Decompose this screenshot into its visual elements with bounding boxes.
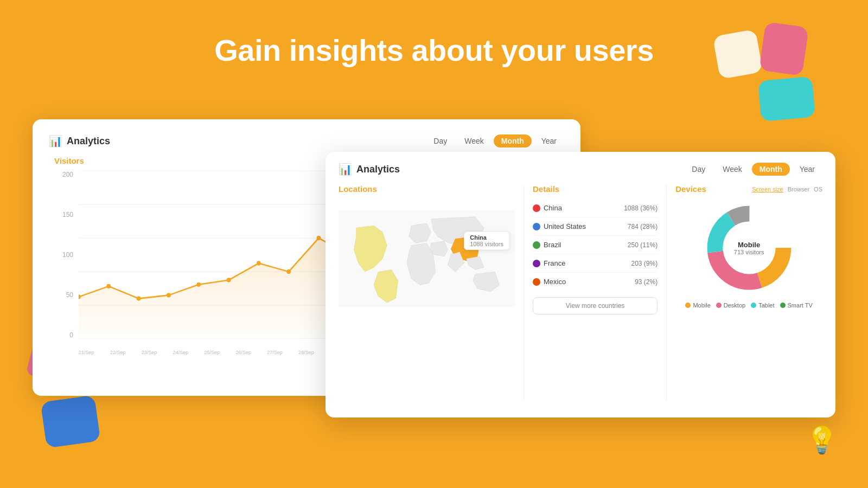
chart-point (137, 296, 141, 300)
detail-country-us: United States (533, 222, 586, 230)
card-header-front: 📊 Analytics Day Week Month Year (339, 163, 822, 176)
device-filter-os[interactable]: OS (814, 186, 822, 192)
front-card-title-text: Analytics (356, 164, 400, 175)
x-label: 21/Sep (79, 350, 94, 355)
country-name-mexico: Mexico (544, 278, 566, 286)
details-label: Details (533, 184, 658, 194)
x-label: 27/Sep (267, 350, 283, 355)
legend-label-desktop: Desktop (724, 302, 745, 309)
device-filter-browser[interactable]: Browser (788, 186, 809, 192)
flag-dot-china (533, 204, 540, 212)
chart-point (167, 293, 171, 297)
decorative-shape-teal (758, 76, 815, 121)
x-label: 24/Sep (173, 350, 189, 355)
locations-label: Locations (339, 184, 515, 194)
time-btn-month-back[interactable]: Month (494, 134, 532, 147)
legend-label-smarttv: Smart TV (788, 302, 813, 309)
time-filters-back: Day Week Month Year (426, 134, 564, 147)
legend-dot-desktop (716, 303, 722, 308)
detail-country-france: France (533, 259, 565, 267)
tooltip-visitors: 1088 visitors (470, 241, 503, 247)
count-mexico: 93 (2%) (635, 278, 658, 286)
detail-item-china: China 1088 (36%) (533, 199, 658, 217)
time-btn-day-back[interactable]: Day (426, 134, 455, 147)
detail-item-us: United States 784 (28%) (533, 217, 658, 236)
flag-dot-us (533, 223, 540, 230)
card-header-back: 📊 Analytics Day Week Month Year (49, 134, 564, 147)
x-label: 23/Sep (142, 350, 157, 355)
x-label: 22/Sep (110, 350, 126, 355)
time-btn-week-front[interactable]: Week (715, 163, 750, 176)
front-card-title: 📊 Analytics (339, 163, 400, 176)
time-btn-day-front[interactable]: Day (684, 163, 713, 176)
detail-country-china: China (533, 204, 562, 212)
count-brazil: 250 (11%) (628, 241, 658, 249)
cards-container: 📊 Analytics Day Week Month Year Visitors… (33, 119, 835, 423)
x-label: 26/Sep (235, 350, 251, 355)
analytics-card-front: 📊 Analytics Day Week Month Year Location… (326, 152, 835, 418)
chart-point (227, 278, 231, 282)
chart-point (196, 282, 201, 287)
devices-legend: Mobile Desktop Tablet Smart TV (675, 302, 822, 309)
detail-item-mexico: Mexico 93 (2%) (533, 273, 658, 291)
y-label-0: 0 (69, 331, 73, 339)
legend-dot-smarttv (780, 303, 786, 308)
back-card-title: 📊 Analytics (49, 134, 110, 147)
y-label-200: 200 (62, 171, 73, 178)
country-name-france: France (544, 259, 565, 267)
detail-item-brazil: Brazil 250 (11%) (533, 236, 658, 254)
devices-label: Devices (675, 184, 706, 194)
legend-mobile: Mobile (685, 302, 710, 309)
detail-country-mexico: Mexico (533, 278, 566, 286)
legend-dot-tablet (751, 303, 756, 308)
legend-label-mobile: Mobile (693, 302, 710, 309)
y-label-100: 100 (62, 251, 73, 259)
y-label-50: 50 (66, 291, 73, 299)
chart-point (286, 269, 291, 274)
chart-point (317, 236, 321, 240)
legend-tablet: Tablet (751, 302, 774, 309)
analytics-icon-back: 📊 (49, 134, 62, 147)
devices-filter-tabs: Screen size Browser OS (752, 186, 822, 192)
detail-item-france: France 203 (9%) (533, 254, 658, 273)
back-card-title-text: Analytics (67, 136, 110, 147)
flag-dot-mexico (533, 278, 540, 286)
page-title: Gain insights about your users (0, 0, 868, 68)
details-panel: Details China 1088 (36%) United States (524, 184, 667, 401)
chart-point (106, 284, 111, 288)
devices-header: Devices Screen size Browser OS (675, 184, 822, 194)
chart-y-labels: 200 150 100 50 0 (54, 171, 73, 339)
time-btn-year-front[interactable]: Year (792, 163, 822, 176)
chart-point (257, 261, 261, 265)
legend-dot-mobile (685, 303, 691, 308)
locations-panel: Locations (339, 184, 524, 401)
flag-dot-brazil (533, 241, 540, 249)
count-china: 1088 (36%) (624, 204, 658, 212)
flag-dot-france (533, 260, 540, 267)
tooltip-country: China (470, 234, 503, 241)
details-list: China 1088 (36%) United States 784 (28%) (533, 199, 658, 291)
y-label-150: 150 (62, 211, 73, 219)
device-filter-screensize[interactable]: Screen size (752, 186, 783, 192)
time-btn-month-front[interactable]: Month (752, 163, 790, 176)
legend-desktop: Desktop (716, 302, 745, 309)
donut-svg (700, 199, 798, 297)
view-more-countries-button[interactable]: View more countries (533, 297, 658, 314)
devices-panel: Devices Screen size Browser OS (667, 184, 822, 401)
time-btn-week-back[interactable]: Week (457, 134, 492, 147)
x-label: 28/Sep (298, 350, 314, 355)
country-name-brazil: Brazil (544, 241, 561, 249)
count-us: 784 (28%) (628, 223, 658, 230)
time-filters-front: Day Week Month Year (684, 163, 822, 176)
time-btn-year-back[interactable]: Year (534, 134, 564, 147)
map-tooltip: China 1088 visitors (464, 232, 509, 250)
country-name-us: United States (544, 222, 586, 230)
analytics-icon-front: 📊 (339, 163, 352, 176)
x-label: 25/Sep (205, 350, 220, 355)
donut-chart-container: Mobile 713 visitors (700, 199, 798, 297)
map-container: China 1088 visitors (339, 199, 515, 318)
legend-label-tablet: Tablet (758, 302, 774, 309)
world-map-svg (339, 199, 515, 318)
legend-smarttv: Smart TV (780, 302, 813, 309)
country-name-china: China (544, 204, 562, 212)
